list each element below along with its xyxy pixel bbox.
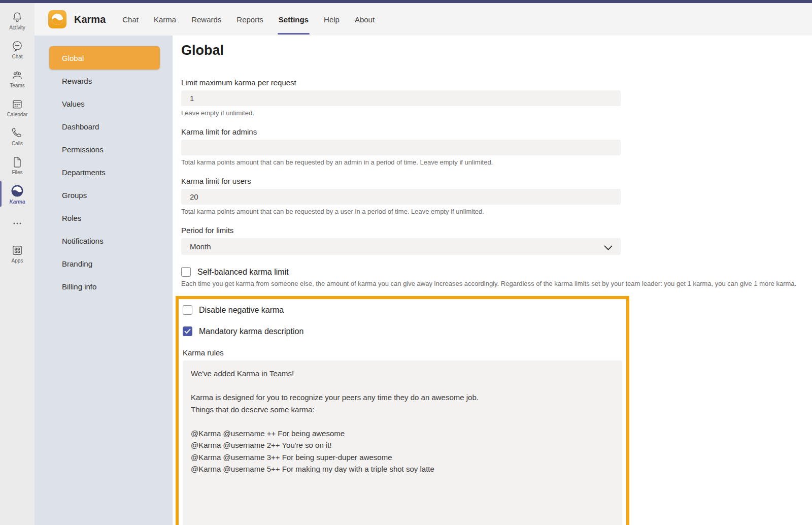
sidebar-item-billing-info[interactable]: Billing info: [35, 275, 173, 298]
limit-max-karma-hint: Leave empty if unlimited.: [181, 109, 621, 117]
karma-limit-admins-label: Karma limit for admins: [181, 127, 621, 136]
rail-item-more[interactable]: [0, 213, 35, 234]
sidebar-item-departments[interactable]: Departments: [35, 161, 173, 184]
tab-chat[interactable]: Chat: [115, 3, 146, 36]
self-balanced-checkbox-row[interactable]: Self-balanced karma limit: [181, 267, 621, 277]
page-title: Global: [181, 43, 621, 58]
tab-about[interactable]: About: [347, 3, 382, 36]
apps-grid-icon: [11, 244, 24, 257]
teams-icon: [11, 69, 24, 82]
disable-negative-checkbox-row[interactable]: Disable negative karma: [183, 305, 622, 315]
more-ellipsis-icon: [11, 217, 24, 230]
rail-item-label: Calls: [12, 141, 23, 146]
rail-item-teams[interactable]: Teams: [0, 64, 35, 93]
highlighted-section: Disable negative karma Mandatory karma d…: [176, 296, 629, 525]
self-balanced-checkbox[interactable]: [181, 267, 191, 277]
sidebar-item-values[interactable]: Values: [35, 92, 173, 115]
rail-item-activity[interactable]: Activity: [0, 6, 35, 35]
tab-karma[interactable]: Karma: [146, 3, 184, 36]
mandatory-description-label: Mandatory karma description: [199, 327, 303, 336]
bell-icon: [11, 11, 24, 24]
field-self-balanced: Self-balanced karma limit Each time you …: [181, 267, 621, 287]
sidebar-item-global[interactable]: Global: [49, 46, 160, 70]
disable-negative-checkbox[interactable]: [183, 305, 192, 315]
mandatory-description-checkbox[interactable]: [183, 326, 192, 336]
karma-rules-textarea[interactable]: We've added Karma in Teams! Karma is des…: [183, 360, 622, 525]
karma-app-logo-icon: [48, 10, 66, 28]
rail-item-karma[interactable]: Karma: [0, 180, 35, 209]
field-period-for-limits: Period for limits Month: [181, 226, 621, 255]
limit-max-karma-input[interactable]: 1: [181, 90, 621, 106]
phone-icon: [11, 126, 24, 140]
sidebar-item-roles[interactable]: Roles: [35, 207, 173, 229]
karma-limit-users-input[interactable]: 20: [181, 189, 621, 205]
app-header: Karma Chat Karma Rewards Reports Setting…: [35, 3, 812, 36]
rail-item-label: Files: [12, 170, 22, 175]
settings-global-panel: Global Limit maximum karma per request 1…: [173, 36, 812, 525]
chevron-down-icon: [604, 244, 613, 252]
sidebar-item-groups[interactable]: Groups: [35, 184, 173, 207]
rail-item-label: Chat: [12, 54, 22, 59]
self-balanced-label: Self-balanced karma limit: [197, 268, 289, 277]
karma-limit-users-hint: Total karma points amount that can be re…: [181, 208, 621, 215]
karma-rules-label: Karma rules: [183, 348, 622, 357]
karma-limit-admins-input[interactable]: [181, 140, 621, 155]
period-for-limits-select[interactable]: Month: [181, 238, 621, 255]
file-icon: [11, 155, 24, 169]
rail-item-chat[interactable]: Chat: [0, 35, 35, 64]
karma-limit-admins-hint: Total karma points amount that can be re…: [181, 158, 621, 166]
settings-sidebar: Global Rewards Values Dashboard Permissi…: [35, 36, 173, 525]
sidebar-item-permissions[interactable]: Permissions: [35, 138, 173, 161]
sidebar-item-notifications[interactable]: Notifications: [35, 229, 173, 252]
rail-item-calendar[interactable]: Calendar: [0, 93, 35, 122]
disable-negative-label: Disable negative karma: [199, 306, 284, 315]
limit-max-karma-label: Limit maximum karma per request: [181, 78, 621, 87]
tab-settings[interactable]: Settings: [271, 3, 316, 36]
rail-item-label: Activity: [9, 25, 25, 30]
tab-rewards[interactable]: Rewards: [184, 3, 229, 36]
period-for-limits-value: Month: [190, 242, 211, 251]
period-for-limits-label: Period for limits: [181, 226, 621, 235]
rail-item-apps[interactable]: Apps: [0, 239, 35, 268]
field-karma-limit-admins: Karma limit for admins Total karma point…: [181, 127, 621, 166]
rail-item-calls[interactable]: Calls: [0, 122, 35, 151]
rail-item-label: Karma: [9, 199, 25, 205]
tab-help[interactable]: Help: [316, 3, 347, 36]
mandatory-description-checkbox-row[interactable]: Mandatory karma description: [183, 326, 622, 336]
rail-item-label: Teams: [10, 83, 24, 88]
sidebar-item-dashboard[interactable]: Dashboard: [35, 115, 173, 138]
tab-reports[interactable]: Reports: [229, 3, 271, 36]
app-tab-bar: Chat Karma Rewards Reports Settings Help…: [115, 3, 382, 36]
rail-item-label: Apps: [12, 258, 23, 264]
app-title: Karma: [74, 14, 106, 25]
field-limit-max-karma: Limit maximum karma per request 1 Leave …: [181, 78, 621, 117]
rail-item-files[interactable]: Files: [0, 151, 35, 180]
teams-app-rail: Activity Chat Teams: [0, 3, 35, 525]
chat-icon: [11, 40, 24, 53]
karma-limit-users-label: Karma limit for users: [181, 177, 621, 185]
sidebar-item-rewards[interactable]: Rewards: [35, 70, 173, 92]
rail-item-label: Calendar: [7, 112, 28, 117]
field-karma-limit-users: Karma limit for users 20 Total karma poi…: [181, 177, 621, 215]
karma-icon: [10, 184, 24, 198]
self-balanced-hint: Each time you get karma from someone els…: [181, 280, 785, 287]
sidebar-item-branding[interactable]: Branding: [35, 252, 173, 275]
calendar-icon: [11, 97, 24, 111]
